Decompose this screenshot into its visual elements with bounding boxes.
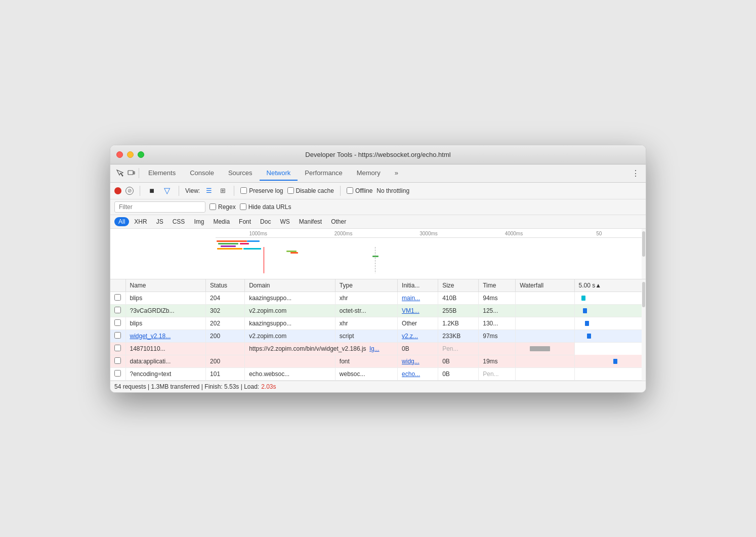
regex-label[interactable]: Regex xyxy=(209,203,236,211)
timeline-bar xyxy=(221,245,236,247)
network-table: Name Status Domain Type Initia... Size T… xyxy=(110,279,646,381)
th-waterfall[interactable]: Waterfall xyxy=(516,279,574,292)
row-name[interactable]: 148710110... xyxy=(125,342,206,355)
offline-checkbox[interactable] xyxy=(347,187,353,194)
tab-memory[interactable]: Memory xyxy=(350,166,388,181)
type-btn-doc[interactable]: Doc xyxy=(256,217,275,226)
type-btn-css[interactable]: CSS xyxy=(169,217,189,226)
row-size: 1.2KB xyxy=(438,317,479,329)
row-initiator[interactable]: echo... xyxy=(398,367,438,380)
row-initiator[interactable]: VM1... xyxy=(398,304,438,317)
more-options-button[interactable]: ⋮ xyxy=(629,169,642,178)
row-type: font xyxy=(335,355,397,367)
tab-more[interactable]: » xyxy=(388,166,405,181)
view-label: View: xyxy=(185,187,200,194)
table-row-selected[interactable]: widget_v2.18... 200 v2.zopim.com script … xyxy=(110,329,646,342)
title-bar: Developer Tools - https://websocket.org/… xyxy=(110,145,646,164)
type-btn-js[interactable]: JS xyxy=(152,217,167,226)
group-view-button[interactable]: ⊞ xyxy=(218,186,228,195)
th-name[interactable]: Name xyxy=(125,279,206,292)
tab-performance[interactable]: Performance xyxy=(298,166,349,181)
clear-button[interactable]: ⊘ xyxy=(125,187,134,195)
row-domain: v2.zopim.com xyxy=(245,329,335,342)
row-checkbox[interactable] xyxy=(110,355,125,367)
row-name[interactable]: ?3vCaGRDlZb... xyxy=(125,304,206,317)
type-btn-ws[interactable]: WS xyxy=(276,217,293,226)
type-btn-font[interactable]: Font xyxy=(235,217,255,226)
tab-elements[interactable]: Elements xyxy=(141,166,183,181)
row-checkbox[interactable] xyxy=(110,292,125,304)
row-checkbox[interactable] xyxy=(110,342,125,355)
type-btn-xhr[interactable]: XHR xyxy=(130,217,151,226)
disable-cache-checkbox[interactable] xyxy=(287,187,294,194)
record-button[interactable] xyxy=(114,187,121,194)
row-checkbox[interactable] xyxy=(110,367,125,380)
row-initiator[interactable]: v2.z... xyxy=(398,329,438,342)
row-checkbox[interactable] xyxy=(110,304,125,317)
tab-console[interactable]: Console xyxy=(183,166,221,181)
th-time[interactable]: Time xyxy=(479,279,516,292)
type-btn-media[interactable]: Media xyxy=(209,217,234,226)
row-initiator[interactable]: main... xyxy=(398,292,438,304)
camera-icon[interactable]: ■ xyxy=(146,185,157,196)
row-name[interactable]: blips xyxy=(125,292,206,304)
device-icon[interactable] xyxy=(125,168,137,179)
row-status: 200 xyxy=(206,329,245,342)
timeline-bar xyxy=(240,243,249,244)
th-size[interactable]: Size xyxy=(438,279,479,292)
close-button[interactable] xyxy=(116,151,123,158)
minimize-button[interactable] xyxy=(127,151,134,158)
row-checkbox[interactable] xyxy=(110,329,125,342)
type-btn-img[interactable]: Img xyxy=(190,217,208,226)
sep1 xyxy=(140,186,140,196)
row-name[interactable]: blips xyxy=(125,317,206,329)
row-initiator[interactable]: widg... xyxy=(398,355,438,367)
dashed-line xyxy=(375,247,375,273)
type-btn-manifest[interactable]: Manifest xyxy=(295,217,326,226)
th-domain[interactable]: Domain xyxy=(245,279,335,292)
sep2 xyxy=(179,186,179,196)
th-type[interactable]: Type xyxy=(335,279,397,292)
tab-bar: Elements Console Sources Network Perform… xyxy=(110,164,646,183)
hide-data-label[interactable]: Hide data URLs xyxy=(240,203,291,211)
th-waterfall-time[interactable]: 5.00 s▲ xyxy=(574,279,646,292)
row-type: xhr xyxy=(335,292,397,304)
th-status[interactable]: Status xyxy=(206,279,245,292)
table-scrollbar-thumb[interactable] xyxy=(642,282,645,307)
offline-label[interactable]: Offline xyxy=(347,187,372,194)
tooltip-link[interactable]: lg... xyxy=(369,345,379,352)
preserve-log-checkbox[interactable] xyxy=(240,187,247,194)
row-type: xhr xyxy=(335,317,397,329)
inspect-icon[interactable] xyxy=(114,168,125,179)
maximize-button[interactable] xyxy=(138,151,144,158)
table-row: ?encoding=text 101 echo.websoc... websoc… xyxy=(110,367,646,380)
row-initiator: Other xyxy=(398,317,438,329)
list-view-button[interactable]: ☰ xyxy=(204,186,214,195)
separator xyxy=(139,168,139,178)
sep4 xyxy=(340,186,341,196)
ruler-mark-4: 4000ms xyxy=(471,231,556,236)
th-initiator[interactable]: Initia... xyxy=(398,279,438,292)
type-btn-all[interactable]: All xyxy=(114,217,129,226)
row-waterfall xyxy=(516,292,574,304)
row-name[interactable]: data:applicati... xyxy=(125,355,206,367)
row-type: script xyxy=(335,329,397,342)
type-btn-other[interactable]: Other xyxy=(327,217,350,226)
scrollbar-thumb[interactable] xyxy=(642,231,645,257)
hide-data-checkbox[interactable] xyxy=(240,203,246,210)
filter-input[interactable] xyxy=(114,201,205,213)
regex-checkbox[interactable] xyxy=(209,203,216,210)
disable-cache-label[interactable]: Disable cache xyxy=(287,187,334,194)
row-checkbox[interactable] xyxy=(110,317,125,329)
filter-icon[interactable]: ▽ xyxy=(161,185,173,196)
row-size: 0B xyxy=(398,342,438,355)
row-size: 0B xyxy=(438,367,479,380)
tab-network[interactable]: Network xyxy=(260,166,298,181)
row-size: 255B xyxy=(438,304,479,317)
row-name[interactable]: ?encoding=text xyxy=(125,367,206,380)
row-name[interactable]: widget_v2.18... xyxy=(125,329,206,342)
preserve-log-label[interactable]: Preserve log xyxy=(240,187,283,194)
no-throttling-label: No throttling xyxy=(376,187,409,194)
row-waterfall xyxy=(516,355,574,367)
tab-sources[interactable]: Sources xyxy=(221,166,260,181)
